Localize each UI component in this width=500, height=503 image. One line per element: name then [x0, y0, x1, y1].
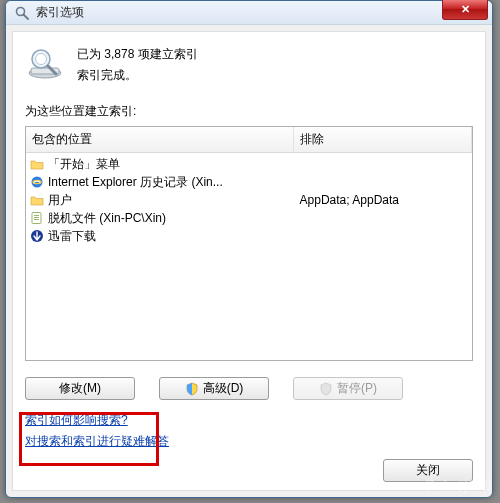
- link-troubleshoot-search-indexing[interactable]: 对搜索和索引进行疑难解答: [25, 434, 169, 448]
- included-text: Internet Explorer 历史记录 (Xin...: [48, 174, 223, 191]
- button-row: 修改(M) 高级(D) 暂停(P): [25, 377, 473, 400]
- file-icon: [30, 211, 44, 225]
- included-text: 迅雷下载: [48, 228, 96, 245]
- list-body: 「开始」菜单Internet Explorer 历史记录 (Xin...用户Ap…: [26, 153, 472, 247]
- svg-rect-10: [34, 215, 39, 216]
- ie-icon: [30, 175, 44, 189]
- cell-exclude: AppData; AppData: [294, 193, 472, 207]
- dialog-window: 索引选项 ✕ 已为 3,878 项建立索引 索引完成。 为这些位置建立索引:: [5, 0, 493, 498]
- folder-icon: [30, 157, 44, 171]
- titlebar[interactable]: 索引选项 ✕: [6, 1, 492, 25]
- included-text: 「开始」菜单: [48, 156, 120, 173]
- status-section: 已为 3,878 项建立索引 索引完成。: [25, 44, 473, 85]
- included-text: 脱机文件 (Xin-PC\Xin): [48, 210, 166, 227]
- pause-button[interactable]: 暂停(P): [293, 377, 403, 400]
- list-item[interactable]: 用户AppData; AppData: [26, 191, 472, 209]
- column-included[interactable]: 包含的位置: [26, 127, 294, 152]
- link-how-indexing-affects-search[interactable]: 索引如何影响搜索?: [25, 413, 128, 427]
- advanced-button[interactable]: 高级(D): [159, 377, 269, 400]
- column-exclude[interactable]: 排除: [294, 127, 472, 152]
- magnifier-icon: [14, 5, 30, 21]
- status-text: 已为 3,878 项建立索引 索引完成。: [77, 44, 198, 85]
- window-title: 索引选项: [36, 4, 84, 21]
- xl-icon: [30, 229, 44, 243]
- list-item[interactable]: Internet Explorer 历史记录 (Xin...: [26, 173, 472, 191]
- section-label: 为这些位置建立索引:: [25, 103, 473, 120]
- shield-icon: [185, 382, 199, 396]
- cell-included: 「开始」菜单: [26, 156, 294, 173]
- list-header: 包含的位置 排除: [26, 127, 472, 153]
- list-item[interactable]: 「开始」菜单: [26, 155, 472, 173]
- footer: 关闭: [25, 451, 473, 482]
- help-links: 索引如何影响搜索? 对搜索和索引进行疑难解答: [25, 410, 473, 451]
- cell-included: 用户: [26, 192, 294, 209]
- close-dialog-button[interactable]: 关闭: [383, 459, 473, 482]
- list-item[interactable]: 迅雷下载: [26, 227, 472, 245]
- shield-icon: [319, 382, 333, 396]
- svg-rect-12: [34, 219, 39, 220]
- cell-included: Internet Explorer 历史记录 (Xin...: [26, 174, 294, 191]
- client-area: 已为 3,878 项建立索引 索引完成。 为这些位置建立索引: 包含的位置 排除…: [12, 31, 486, 491]
- list-item[interactable]: 脱机文件 (Xin-PC\Xin): [26, 209, 472, 227]
- close-button[interactable]: ✕: [442, 0, 488, 20]
- included-text: 用户: [48, 192, 72, 209]
- locations-list: 包含的位置 排除 「开始」菜单Internet Explorer 历史记录 (X…: [25, 126, 473, 361]
- modify-button[interactable]: 修改(M): [25, 377, 135, 400]
- status-line-1: 已为 3,878 项建立索引: [77, 44, 198, 64]
- svg-point-5: [36, 54, 47, 65]
- svg-rect-11: [34, 217, 39, 218]
- cell-included: 迅雷下载: [26, 228, 294, 245]
- drive-magnifier-icon: [25, 46, 65, 80]
- svg-line-1: [24, 14, 29, 19]
- folder-icon: [30, 193, 44, 207]
- status-line-2: 索引完成。: [77, 65, 198, 85]
- cell-included: 脱机文件 (Xin-PC\Xin): [26, 210, 294, 227]
- close-icon: ✕: [461, 3, 470, 16]
